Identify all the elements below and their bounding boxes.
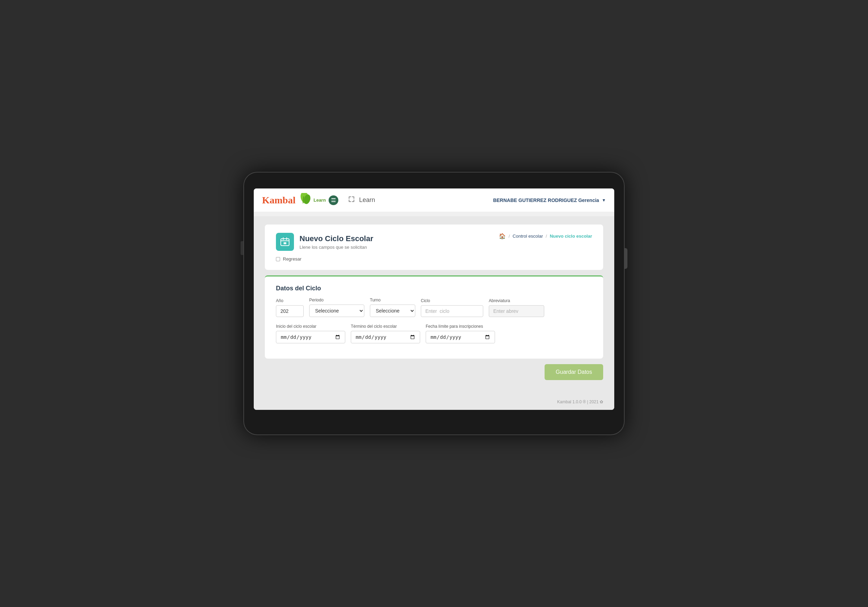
termino-label: Término del ciclo escolar [351, 324, 420, 329]
expand-button[interactable] [348, 196, 355, 204]
footer: Kambal 1.0.0 ® | 2021 ✿ [254, 397, 614, 410]
chevron-down-icon: ▼ [602, 198, 606, 203]
nav-learn-label: Learn [359, 197, 375, 204]
form-group-periodo: Periodo Seleccione Enero-Junio Julio-Dic… [309, 297, 364, 317]
breadcrumb-control-escolar[interactable]: Control escolar [513, 234, 543, 239]
fecha-limite-label: Fecha límite para inscripciones [426, 324, 495, 329]
hamburger-line-2 [332, 200, 336, 201]
back-label: Regresar [283, 256, 301, 262]
section-title: Datos del Ciclo [276, 285, 592, 292]
hamburger-line-3 [332, 201, 336, 202]
page-title: Nuevo Ciclo Escolar [299, 234, 374, 243]
save-area: Guardar Datos [265, 364, 603, 386]
device-screen: Kambal Learn [254, 189, 614, 410]
fecha-limite-date-input[interactable] [426, 331, 495, 343]
expand-icon [348, 196, 355, 203]
hamburger-line-1 [332, 198, 336, 199]
form-group-fecha-limite: Fecha límite para inscripciones [426, 324, 495, 343]
page-subtitle: Llene los campos que se solicitan [299, 245, 374, 250]
navbar: Kambal Learn [254, 189, 614, 212]
logo-area: Kambal Learn [262, 193, 338, 207]
form-group-termino: Término del ciclo escolar [351, 324, 420, 343]
page-title-text-area: Nuevo Ciclo Escolar Llene los campos que… [299, 234, 374, 250]
back-button[interactable]: Regresar [276, 256, 301, 262]
hamburger-button[interactable] [329, 195, 338, 205]
breadcrumb: 🏠 / Control escolar / Nuevo ciclo escola… [499, 233, 592, 239]
page-card: 15 Nuevo Ciclo Escolar Llene los campos … [265, 225, 603, 270]
side-button-left [240, 241, 243, 255]
breadcrumb-current: Nuevo ciclo escolar [550, 234, 592, 239]
page-title-area: 15 Nuevo Ciclo Escolar Llene los campos … [276, 233, 374, 251]
user-menu[interactable]: BERNABE GUTIERREZ RODRIGUEZ Gerencia ▼ [493, 197, 606, 203]
back-icon [276, 257, 280, 261]
form-section: Datos del Ciclo Año Periodo Seleccione E… [265, 276, 603, 359]
page-header: 15 Nuevo Ciclo Escolar Llene los campos … [276, 233, 592, 251]
svg-text:15: 15 [284, 242, 286, 245]
inicio-date-input[interactable] [276, 331, 345, 343]
ciclo-label: Ciclo [421, 298, 483, 303]
user-name-label: BERNABE GUTIERREZ RODRIGUEZ Gerencia [493, 197, 599, 203]
anio-input[interactable] [276, 305, 304, 317]
form-group-anio: Año [276, 298, 304, 317]
periodo-label: Periodo [309, 297, 364, 302]
form-group-turno: Turno Seleccione Matutino Vespertino Noc… [370, 297, 415, 317]
abreviatura-label: Abreviatura [489, 298, 544, 303]
periodo-select[interactable]: Seleccione Enero-Junio Julio-Diciembre [309, 305, 364, 317]
logo-learn-text: Learn [313, 197, 326, 203]
logo-kambal-text: Kambal [262, 195, 295, 205]
form-group-abreviatura: Abreviatura [489, 298, 544, 317]
form-group-inicio: Inicio del ciclo escolar [276, 324, 345, 343]
breadcrumb-sep-2: / [546, 234, 547, 239]
footer-text: Kambal 1.0.0 ® | 2021 ✿ [557, 400, 603, 404]
abreviatura-input[interactable] [489, 305, 544, 317]
anio-label: Año [276, 298, 304, 303]
sub-header-strip [254, 212, 614, 216]
main-content: 15 Nuevo Ciclo Escolar Llene los campos … [254, 216, 614, 397]
side-button-right [624, 248, 628, 269]
form-row-2: Inicio del ciclo escolar Término del cic… [276, 324, 592, 343]
page-icon: 15 [276, 233, 294, 251]
logo-leaf-icon [296, 193, 311, 207]
calendar-icon: 15 [280, 237, 290, 247]
save-button[interactable]: Guardar Datos [545, 364, 603, 380]
inicio-label: Inicio del ciclo escolar [276, 324, 345, 329]
turno-select[interactable]: Seleccione Matutino Vespertino Nocturno [370, 305, 415, 317]
breadcrumb-home-icon[interactable]: 🏠 [499, 233, 506, 239]
ciclo-input[interactable] [421, 305, 483, 317]
breadcrumb-sep-1: / [508, 234, 510, 239]
turno-label: Turno [370, 297, 415, 302]
form-group-ciclo: Ciclo [421, 298, 483, 317]
form-row-1: Año Periodo Seleccione Enero-Junio Julio… [276, 297, 592, 317]
termino-date-input[interactable] [351, 331, 420, 343]
